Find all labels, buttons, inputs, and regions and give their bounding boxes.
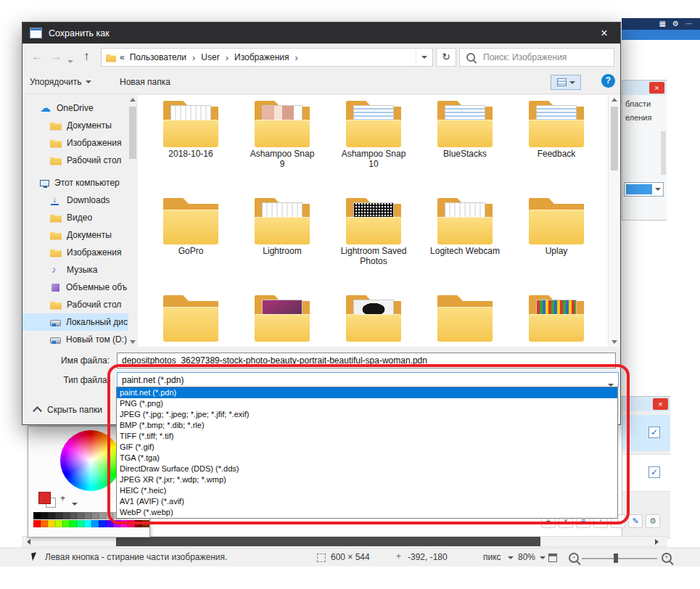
zoom-slider-thumb[interactable] xyxy=(614,553,618,563)
filetype-option[interactable]: JPEG (*.jpg; *.jpeg; *.jpe; *.jfif; *.ex… xyxy=(117,409,617,420)
filetype-combobox[interactable]: paint.net (*.pdn) xyxy=(117,372,619,387)
filetype-option[interactable]: DirectDraw Surface (DDS) (*.dds) xyxy=(117,464,617,474)
palette-swatch[interactable] xyxy=(99,512,106,519)
folder-item[interactable]: Ashampoo Snap 9 xyxy=(236,99,328,197)
scroll-up-icon[interactable] xyxy=(130,98,136,102)
palette-swatch[interactable] xyxy=(106,512,113,519)
folder-item[interactable] xyxy=(511,294,602,347)
horizontal-scrollbar-thumb[interactable] xyxy=(116,537,540,546)
back-button[interactable]: ← xyxy=(31,49,44,64)
filetype-option[interactable]: JPEG XR (*.jxr; *.wdp; *.wmp) xyxy=(117,474,617,485)
palette-swatch[interactable] xyxy=(70,520,77,527)
close-icon[interactable]: × xyxy=(653,398,668,410)
zoom-out-button[interactable]: − xyxy=(569,553,579,563)
palette-swatch[interactable] xyxy=(99,520,106,527)
color-wheel[interactable] xyxy=(60,430,121,491)
folder-item[interactable] xyxy=(145,294,236,347)
layer-tool-icon[interactable]: ✎ xyxy=(628,514,643,528)
palette-swatch[interactable] xyxy=(113,520,120,527)
folder-item[interactable]: 2018-10-16 xyxy=(145,99,236,197)
sidebar-item[interactable]: Рабочий стол xyxy=(22,152,128,169)
views-button[interactable] xyxy=(551,75,581,90)
layer-row[interactable]: ✓ xyxy=(622,454,670,492)
palette-swatch[interactable] xyxy=(120,520,128,527)
palette-swatch[interactable] xyxy=(55,512,62,519)
palette-swatch[interactable] xyxy=(33,512,41,519)
palette-swatch[interactable] xyxy=(77,512,84,519)
sidebar-item[interactable]: Рабочий стол xyxy=(22,296,128,313)
address-dropdown-icon[interactable] xyxy=(416,49,432,66)
sidebar-item[interactable]: Документы xyxy=(22,226,128,244)
sidebar-item[interactable]: Музыка xyxy=(22,261,128,279)
filename-input[interactable] xyxy=(118,353,604,368)
sidebar-item[interactable]: Этот компьютер xyxy=(22,174,128,191)
zoom-level[interactable]: 80% xyxy=(518,552,535,562)
zoom-in-button[interactable]: + xyxy=(662,553,672,563)
palette-swatch[interactable] xyxy=(135,520,142,527)
sidebar-item[interactable]: OneDrive xyxy=(22,99,128,117)
sidebar-scrollbar-thumb[interactable] xyxy=(129,107,136,159)
breadcrumb-item[interactable]: Изображения xyxy=(233,52,290,62)
scroll-up-icon[interactable] xyxy=(612,98,617,102)
forward-button[interactable]: → xyxy=(50,49,62,64)
filetype-option[interactable]: BMP (*.bmp; *.dib; *.rle) xyxy=(117,420,617,431)
hide-folders-button[interactable]: Скрыть папки xyxy=(34,405,102,415)
palette-swatch[interactable] xyxy=(62,512,70,519)
folder-item[interactable]: Lightroom Saved Photos xyxy=(328,197,419,294)
palette-swatch[interactable] xyxy=(70,512,77,519)
primary-color-swatch[interactable] xyxy=(38,492,51,504)
folder-item[interactable] xyxy=(236,294,328,347)
palette-swatch[interactable] xyxy=(106,520,113,527)
palette-swatch[interactable] xyxy=(128,520,135,527)
titlebar-icon[interactable]: ⚙ xyxy=(672,20,679,28)
palette-swatch[interactable] xyxy=(41,520,48,527)
new-folder-button[interactable]: Новая папка xyxy=(120,77,170,87)
sidebar-item[interactable]: Локальный дис xyxy=(22,313,128,331)
palette-swatch[interactable] xyxy=(55,520,62,527)
close-icon[interactable]: × xyxy=(649,82,664,94)
scroll-down-icon[interactable] xyxy=(612,340,617,344)
close-button[interactable]: × xyxy=(588,22,620,44)
scroll-left-icon[interactable] xyxy=(27,539,30,545)
titlebar-icon[interactable]: ⋯ xyxy=(685,20,693,28)
filetype-option[interactable]: paint.net (*.pdn) xyxy=(117,387,617,398)
palette-swatch[interactable] xyxy=(84,512,91,519)
folder-item[interactable]: Feedback xyxy=(511,99,602,197)
palette-swatch[interactable] xyxy=(41,512,48,519)
palette-swatch[interactable] xyxy=(62,520,70,527)
sidebar-item[interactable]: Изображения xyxy=(22,134,128,152)
filetype-option[interactable]: PNG (*.png) xyxy=(117,398,617,409)
breadcrumb-separator-icon[interactable]: › xyxy=(221,52,233,63)
tool-panel-dropdown[interactable] xyxy=(624,182,664,197)
help-button[interactable]: ? xyxy=(601,74,615,88)
sidebar-item[interactable]: Изображения xyxy=(22,244,128,261)
palette-swatch[interactable] xyxy=(142,520,149,527)
layer-visibility-checkbox[interactable]: ✓ xyxy=(648,466,660,478)
sidebar-item[interactable]: Объемные объ xyxy=(22,279,128,296)
filetype-option[interactable]: HEIC (*.heic) xyxy=(117,485,617,496)
filetype-option[interactable]: TGA (*.tga) xyxy=(117,453,617,464)
chevron-down-icon[interactable] xyxy=(508,556,514,559)
palette-swatch[interactable] xyxy=(48,520,55,527)
filetype-option[interactable]: GIF (*.gif) xyxy=(117,442,617,453)
sidebar-item[interactable]: Новый том (D:) xyxy=(22,331,128,347)
palette-swatch[interactable] xyxy=(48,512,55,519)
palette-swatch[interactable] xyxy=(91,512,99,519)
layer-tool-icon[interactable]: ⚙ xyxy=(646,514,660,528)
refresh-button[interactable]: ↻ xyxy=(436,48,456,67)
up-button[interactable]: ↑ xyxy=(83,49,90,64)
palette-swatch[interactable] xyxy=(77,520,84,527)
scroll-right-icon[interactable] xyxy=(655,539,659,545)
breadcrumb-separator-icon[interactable]: › xyxy=(188,52,199,63)
sidebar-item[interactable]: Downloads xyxy=(22,191,128,209)
breadcrumb-separator-icon[interactable]: › xyxy=(290,52,302,63)
breadcrumb[interactable]: « Пользователи › User › Изображения › xyxy=(101,48,433,67)
horizontal-scrollbar[interactable] xyxy=(22,536,667,547)
breadcrumb-item[interactable]: User xyxy=(199,52,221,62)
file-grid-scrollbar-thumb[interactable] xyxy=(611,107,618,170)
scroll-down-icon[interactable] xyxy=(130,340,136,344)
filename-combobox[interactable] xyxy=(117,353,616,368)
chevron-down-icon[interactable] xyxy=(540,556,545,559)
search-input[interactable] xyxy=(482,52,608,63)
folder-item[interactable]: GoPro xyxy=(145,197,236,294)
